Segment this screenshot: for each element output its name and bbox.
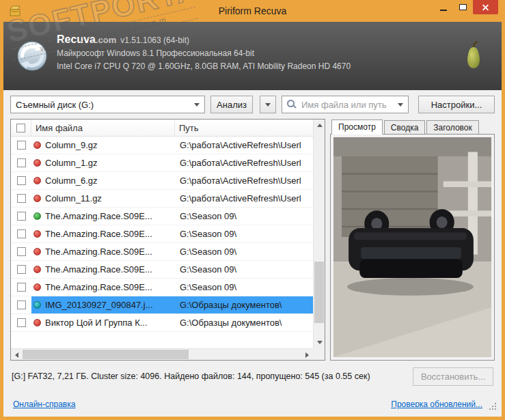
- status-dot: [33, 283, 41, 291]
- table-row[interactable]: The.Amazing.Race.S09E... G:\Season 09\: [11, 243, 313, 261]
- pear-icon: [463, 40, 484, 75]
- minimize-button[interactable]: [433, 0, 453, 14]
- table-row[interactable]: The.Amazing.Race.S09E... G:\Season 09\: [11, 225, 313, 243]
- file-name: The.Amazing.Race.S09E...: [45, 282, 175, 292]
- header-banner: Recuva.comv1.51.1063 (64-bit) Майкрософт…: [3, 22, 502, 90]
- hardware-line: Intel Core i7 CPU Q 720 @ 1.60GHz, 8.0GB…: [57, 60, 351, 73]
- column-header-filename[interactable]: Имя файла: [31, 120, 175, 136]
- table-row[interactable]: Column_1.gz G:\работа\ActiveRefresh\User…: [11, 154, 313, 172]
- analyze-button[interactable]: Анализ: [210, 96, 253, 113]
- table-row[interactable]: Column_11.gz G:\работа\ActiveRefresh\Use…: [11, 190, 313, 208]
- scan-status-text: [G:] FAT32, 7,21 ГБ. Cluster size: 4096.…: [12, 372, 370, 381]
- status-dot: [33, 212, 41, 220]
- table-row[interactable]: Column_9.gz G:\работа\ActiveRefresh\User…: [11, 137, 313, 154]
- preview-tabs: ПросмотрСводкаЗаголовок: [330, 119, 495, 134]
- file-name: Column_1.gz: [45, 158, 175, 168]
- row-checkbox[interactable]: [17, 158, 26, 167]
- file-name: The.Amazing.Race.S09E...: [45, 247, 175, 257]
- settings-button[interactable]: Настройки...: [418, 96, 495, 113]
- title-bar: Piriform Recuva: [0, 0, 505, 22]
- row-checkbox[interactable]: [17, 300, 26, 309]
- status-dot: [33, 248, 41, 255]
- triangle-left-icon: [15, 352, 18, 358]
- maximize-button[interactable]: [453, 0, 473, 14]
- vertical-scroll-thumb[interactable]: [314, 262, 324, 323]
- maximize-icon: [459, 4, 467, 10]
- online-help-link[interactable]: Онлайн-справка: [13, 400, 75, 409]
- file-path: G:\работа\ActiveRefresh\Userl: [175, 193, 313, 204]
- tab-summary[interactable]: Сводка: [384, 120, 426, 134]
- table-row[interactable]: Column_6.gz G:\работа\ActiveRefresh\User…: [11, 172, 313, 190]
- row-checkbox[interactable]: [17, 247, 26, 256]
- check-updates-link[interactable]: Проверка обновлений...: [391, 400, 482, 409]
- status-dot: [33, 141, 41, 149]
- list-header: Имя файла Путь: [11, 120, 313, 137]
- tab-preview[interactable]: Просмотр: [331, 120, 383, 135]
- preview-pane: [330, 134, 495, 361]
- horizontal-scroll-thumb[interactable]: [23, 350, 189, 359]
- column-header-path[interactable]: Путь: [175, 120, 313, 136]
- status-bar: [G:] FAT32, 7,21 ГБ. Cluster size: 4096.…: [3, 361, 502, 392]
- file-name: The.Amazing.Race.S09E...: [45, 264, 175, 275]
- status-dot: [33, 195, 41, 202]
- file-name: Column_6.gz: [45, 176, 175, 186]
- tab-header[interactable]: Заголовок: [426, 120, 478, 134]
- file-path: G:\работа\ActiveRefresh\Userl: [175, 176, 313, 186]
- recover-button[interactable]: Восстановить...: [413, 367, 493, 386]
- row-checkbox[interactable]: [17, 318, 26, 327]
- table-row[interactable]: The.Amazing.Race.S09E... G:\Season 09\: [11, 208, 313, 225]
- version-label: v1.51.1063 (64-bit): [120, 36, 189, 45]
- chevron-down-icon: [398, 103, 403, 107]
- file-name: The.Amazing.Race.S09E...: [45, 229, 175, 239]
- row-checkbox[interactable]: [17, 194, 26, 203]
- toolbar: Съемный диск (G:) Анализ Настройки...: [3, 90, 502, 119]
- table-row[interactable]: The.Amazing.Race.S09E... G:\Season 09\: [11, 261, 313, 279]
- row-checkbox-cell: [11, 194, 31, 203]
- vertical-scrollbar[interactable]: [313, 120, 325, 348]
- row-checkbox[interactable]: [17, 229, 26, 238]
- triangle-down-icon: [317, 341, 323, 344]
- chevron-down-icon: [265, 103, 271, 107]
- status-dot: [33, 177, 41, 184]
- file-path: G:\Season 09\: [175, 247, 313, 257]
- row-checkbox[interactable]: [17, 141, 26, 150]
- status-dot: [33, 159, 41, 167]
- file-name: Column_9.gz: [45, 140, 175, 150]
- row-checkbox[interactable]: [17, 283, 26, 292]
- scroll-right-button[interactable]: [301, 349, 313, 361]
- row-checkbox-cell: [11, 176, 31, 185]
- row-checkbox-cell: [11, 265, 31, 274]
- triangle-up-icon: [317, 124, 323, 127]
- close-button[interactable]: [473, 0, 498, 14]
- drive-select[interactable]: Съемный диск (G:): [10, 96, 205, 113]
- triangle-right-icon: [305, 352, 309, 358]
- horizontal-scrollbar[interactable]: [11, 348, 313, 360]
- scroll-down-button[interactable]: [314, 337, 325, 348]
- row-checkbox-cell: [11, 318, 31, 327]
- resize-grip[interactable]: [489, 403, 497, 411]
- file-name: Виктор Цой И Группа К...: [45, 318, 175, 328]
- preview-image-car-photo: [333, 137, 491, 357]
- row-checkbox[interactable]: [17, 212, 26, 221]
- row-checkbox[interactable]: [17, 176, 26, 185]
- file-path: G:\Season 09\: [175, 229, 313, 239]
- select-all-column-header[interactable]: [11, 120, 31, 136]
- os-line: Майкрософт Windows 8.1 Профессиональная …: [57, 47, 351, 60]
- file-path: G:\Season 09\: [175, 282, 313, 292]
- search-box[interactable]: [282, 96, 409, 113]
- scroll-up-button[interactable]: [314, 120, 325, 131]
- status-dot: [33, 319, 41, 326]
- table-row[interactable]: Виктор Цой И Группа К... G:\Образцы доку…: [11, 314, 313, 332]
- file-list-panel: Имя файла Путь Column_9.gz G:\работа\Act…: [10, 119, 325, 361]
- minimize-icon: [440, 10, 447, 11]
- table-row[interactable]: The.Amazing.Race.S09E... G:\Season 09\: [11, 279, 313, 296]
- table-row[interactable]: IMG_20130927_090847.j... G:\Образцы доку…: [11, 296, 313, 314]
- row-checkbox[interactable]: [17, 265, 26, 274]
- row-checkbox-cell: [11, 158, 31, 167]
- analyze-dropdown-button[interactable]: [260, 96, 276, 113]
- select-all-checkbox[interactable]: [16, 124, 25, 132]
- status-dot: [33, 301, 41, 309]
- status-dot: [33, 266, 41, 273]
- search-input[interactable]: [300, 99, 398, 111]
- scroll-left-button[interactable]: [11, 349, 23, 361]
